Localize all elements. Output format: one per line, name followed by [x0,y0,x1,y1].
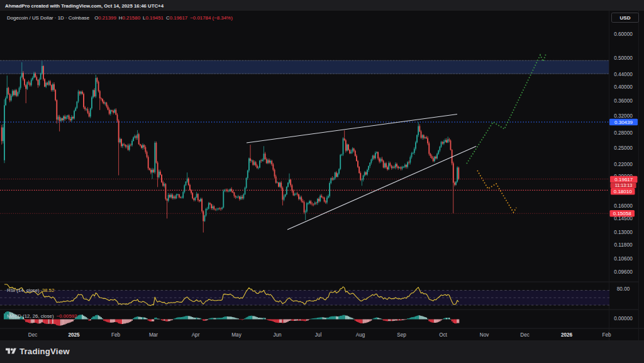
svg-text:Jul: Jul [315,332,322,338]
svg-text:0.10600: 0.10600 [614,256,633,262]
svg-text:Dogecoin / US Dollar · 1D · Co: Dogecoin / US Dollar · 1D · CoinbaseO0.2… [7,15,233,21]
svg-text:0.32000: 0.32000 [614,113,633,119]
svg-text:Oct: Oct [439,332,447,338]
svg-text:2026: 2026 [561,332,573,338]
svg-text:0.00000: 0.00000 [614,316,633,321]
svg-text:0.13000: 0.13000 [614,230,633,235]
svg-text:Aug: Aug [356,332,365,338]
svg-text:Mar: Mar [149,332,158,338]
svg-text:0.30439: 0.30439 [614,120,633,125]
svg-text:0.15058: 0.15058 [613,211,631,216]
svg-text:0.50000: 0.50000 [614,55,633,61]
svg-text:0.44000: 0.44000 [614,72,633,77]
svg-text:Sep: Sep [397,332,406,338]
svg-text:0.60000: 0.60000 [614,31,633,37]
svg-text:TradingView: TradingView [19,347,70,356]
svg-text:0.28000: 0.28000 [614,130,633,136]
svg-text:0.25000: 0.25000 [614,145,633,151]
svg-text:0.16000: 0.16000 [614,203,633,209]
svg-text:80.00: 80.00 [617,286,630,292]
svg-text:Feb: Feb [602,332,611,338]
svg-text:Apr: Apr [192,332,200,338]
svg-text:0.22000: 0.22000 [614,162,633,167]
svg-text:0.40000: 0.40000 [614,84,633,90]
svg-text:Feb: Feb [111,332,121,338]
svg-text:MACD (12, 26, close) −0.00592: MACD (12, 26, close) −0.00592 [7,313,77,319]
svg-text:0.18010: 0.18010 [614,189,632,194]
svg-text:2025: 2025 [68,332,80,338]
svg-text:Dec: Dec [28,332,38,338]
svg-text:AhmadPro created with TradingV: AhmadPro created with TradingView.com, O… [5,3,164,9]
svg-text:0.19617: 0.19617 [614,177,633,182]
svg-text:Jun: Jun [273,332,282,338]
svg-text:0.36000: 0.36000 [614,98,633,104]
svg-text:11:13:13: 11:13:13 [615,182,632,188]
svg-text:May: May [231,332,242,338]
svg-text:RSI (14, close) 38.52: RSI (14, close) 38.52 [7,288,54,293]
svg-text:0.11800: 0.11800 [614,242,633,248]
svg-text:0.09600: 0.09600 [614,269,633,275]
svg-text:USD: USD [620,15,631,21]
svg-text:Dec: Dec [520,332,530,338]
svg-text:Nov: Nov [480,332,489,338]
